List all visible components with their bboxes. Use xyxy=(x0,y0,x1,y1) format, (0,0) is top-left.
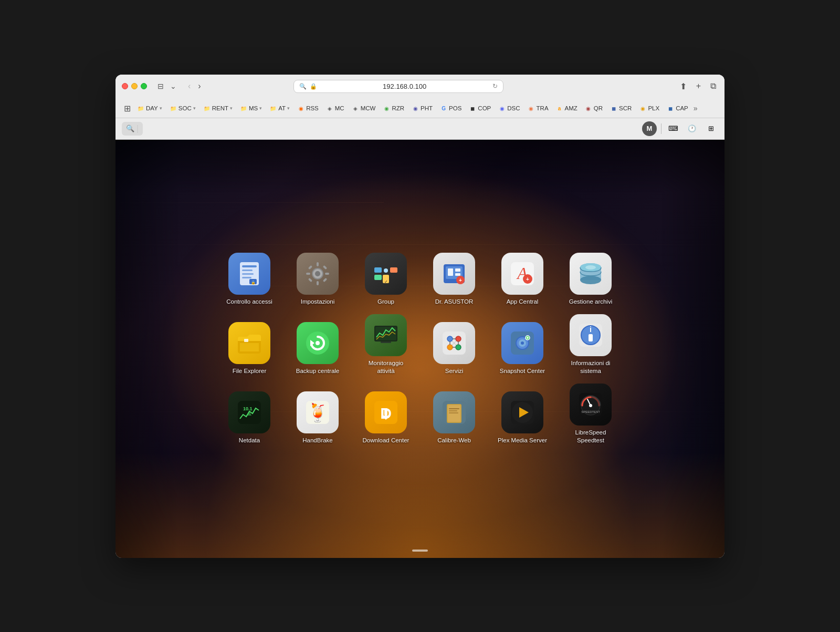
bookmark-tra[interactable]: ◉ TRA xyxy=(524,103,552,113)
app-plex[interactable]: Plex Media Server xyxy=(496,391,549,444)
svg-point-60 xyxy=(521,341,524,345)
app-netdata[interactable]: 10.1 Netdata xyxy=(223,391,276,444)
bookmark-qr[interactable]: ◉ QR xyxy=(582,103,606,113)
chevron-icon: ▾ xyxy=(259,106,262,111)
app-icon-backup xyxy=(297,322,339,364)
app-librespeed[interactable]: SPEEDTEST LibreSpeed Speedtest xyxy=(564,384,617,444)
download-svg: D xyxy=(372,399,400,426)
grid-menu-button[interactable]: ⊞ xyxy=(122,102,133,115)
sidebar-toggle-button[interactable]: ⊟ xyxy=(155,81,166,91)
bookmark-at[interactable]: 📁 AT ▾ xyxy=(266,103,293,113)
app-label-controllo: Controllo accessi xyxy=(226,298,272,306)
secondary-toolbar: 🔍 | M ⌨ 🕐 ⊞ xyxy=(116,118,724,140)
app-calibre-web[interactable]: Calibre-Web xyxy=(428,391,480,444)
selected-border xyxy=(433,322,475,364)
bookmark-amz[interactable]: a AMZ xyxy=(553,103,581,113)
sidebar-chevron[interactable]: ⌄ xyxy=(168,81,178,91)
bookmark-scr[interactable]: ◼ SCR xyxy=(607,103,635,113)
drasustor-svg: + xyxy=(440,260,468,287)
app-file-explorer[interactable]: File Explorer xyxy=(223,322,276,375)
pos-icon: G xyxy=(440,105,447,112)
bookmark-scr-label: SCR xyxy=(619,105,632,111)
svg-rect-27 xyxy=(455,273,460,276)
bookmark-pos-label: POS xyxy=(449,105,461,111)
mcw-icon: ◈ xyxy=(352,105,359,112)
more-bookmarks[interactable]: » xyxy=(694,104,698,112)
page-indicator xyxy=(412,550,428,552)
app-monitoraggio[interactable]: Monitoraggio attività xyxy=(360,314,412,375)
bookmark-plx[interactable]: ◉ PLX xyxy=(636,103,663,113)
nav-controls: ‹ › xyxy=(185,80,204,92)
svg-text:SPEEDTEST: SPEEDTEST xyxy=(581,410,600,413)
address-text: 192.168.0.100 xyxy=(320,82,489,90)
forward-button[interactable]: › xyxy=(195,80,204,92)
app-group[interactable]: ✓ Group xyxy=(360,253,412,306)
new-tab-button[interactable]: + xyxy=(694,80,703,92)
address-icon: 🔍 xyxy=(299,83,307,90)
bookmark-pht[interactable]: ◉ PHT xyxy=(408,103,436,113)
chevron-icon: ▾ xyxy=(193,106,196,111)
share-button[interactable]: ⬆ xyxy=(678,80,689,92)
plx-icon: ◉ xyxy=(639,105,646,112)
app-drasustor[interactable]: + Dr. ASUSTOR xyxy=(428,253,480,306)
bookmark-soc-label: SOC xyxy=(178,105,192,111)
svg-rect-79 xyxy=(449,412,458,413)
app-snapshot-center[interactable]: Snapshot Center xyxy=(496,322,549,375)
controllo-svg: 🔒 xyxy=(236,260,263,287)
search-box[interactable]: 🔍 | xyxy=(122,122,143,136)
app-icon-snapshot xyxy=(501,322,543,364)
bookmark-ms[interactable]: 📁 MS ▾ xyxy=(237,103,265,113)
app-informazioni[interactable]: i Informazioni di sistema xyxy=(564,314,617,375)
svg-rect-1 xyxy=(242,265,257,267)
reload-icon[interactable]: ↻ xyxy=(492,82,498,90)
user-avatar[interactable]: M xyxy=(642,121,657,136)
app-handbrake[interactable]: 🍹 HandBrake xyxy=(291,391,344,444)
divider xyxy=(661,123,662,134)
impostazioni-svg xyxy=(304,260,331,287)
minimize-button[interactable] xyxy=(131,83,138,89)
bookmark-mcw-label: MCW xyxy=(361,105,376,111)
app-impostazioni[interactable]: Impostazioni xyxy=(291,253,344,306)
app-download-center[interactable]: D Download Center xyxy=(360,391,412,444)
bookmark-pos[interactable]: G POS xyxy=(437,103,465,113)
app-appcentral[interactable]: A + App Central xyxy=(496,253,549,306)
bookmark-mc[interactable]: ◈ MC xyxy=(323,103,348,113)
bookmark-dsc[interactable]: ◉ DSC xyxy=(495,103,523,113)
address-bar[interactable]: 🔍 🔒 192.168.0.100 ↻ xyxy=(293,80,503,93)
grid-icon-btn[interactable]: ⊞ xyxy=(704,121,718,136)
app-icon-download: D xyxy=(365,391,407,433)
app-backup-centrale[interactable]: Backup centrale xyxy=(291,322,344,375)
clock-icon-btn[interactable]: 🕐 xyxy=(685,121,699,136)
svg-point-42 xyxy=(316,341,320,345)
app-servizi[interactable]: Servizi xyxy=(428,322,480,375)
bookmark-cap[interactable]: ◼ CAP xyxy=(664,103,691,113)
app-label-impostazioni: Impostazioni xyxy=(301,298,335,306)
app-controllo-accessi[interactable]: 🔒 Controllo accessi xyxy=(223,253,276,306)
bookmark-day[interactable]: 📁 DAY ▾ xyxy=(134,103,165,113)
app-label-snapshot: Snapshot Center xyxy=(500,367,545,375)
maximize-button[interactable] xyxy=(141,83,147,89)
handbrake-svg: 🍹 xyxy=(304,399,331,426)
bookmark-soc[interactable]: 📁 SOC ▾ xyxy=(166,103,199,113)
svg-text:🍹: 🍹 xyxy=(307,402,329,423)
svg-rect-11 xyxy=(306,273,310,275)
bookmark-rzr[interactable]: ◉ RZR xyxy=(380,103,407,113)
tabs-button[interactable]: ⧉ xyxy=(708,80,718,92)
app-icon-info: i xyxy=(570,314,612,356)
bookmark-mcw[interactable]: ◈ MCW xyxy=(349,103,379,113)
svg-point-86 xyxy=(589,404,592,407)
apps-container: 🔒 Controllo accessi xyxy=(116,140,724,558)
app-icon-servizi xyxy=(433,322,475,364)
bookmark-rent[interactable]: 📁 RENT ▾ xyxy=(200,103,236,113)
folder-icon: 📁 xyxy=(269,105,277,112)
app-label-drasustor: Dr. ASUSTOR xyxy=(435,298,474,306)
keyboard-icon-btn[interactable]: ⌨ xyxy=(666,121,680,136)
close-button[interactable] xyxy=(122,83,128,89)
app-label-download: Download Center xyxy=(363,437,410,444)
svg-rect-15 xyxy=(323,278,327,282)
back-button[interactable]: ‹ xyxy=(185,80,194,92)
app-gestione-archivi[interactable]: Gestione archivi xyxy=(564,253,617,306)
bookmark-rss[interactable]: ◉ RSS xyxy=(294,103,322,113)
folder-icon: 📁 xyxy=(240,105,247,112)
bookmark-cop[interactable]: ◼ COP xyxy=(466,103,494,113)
